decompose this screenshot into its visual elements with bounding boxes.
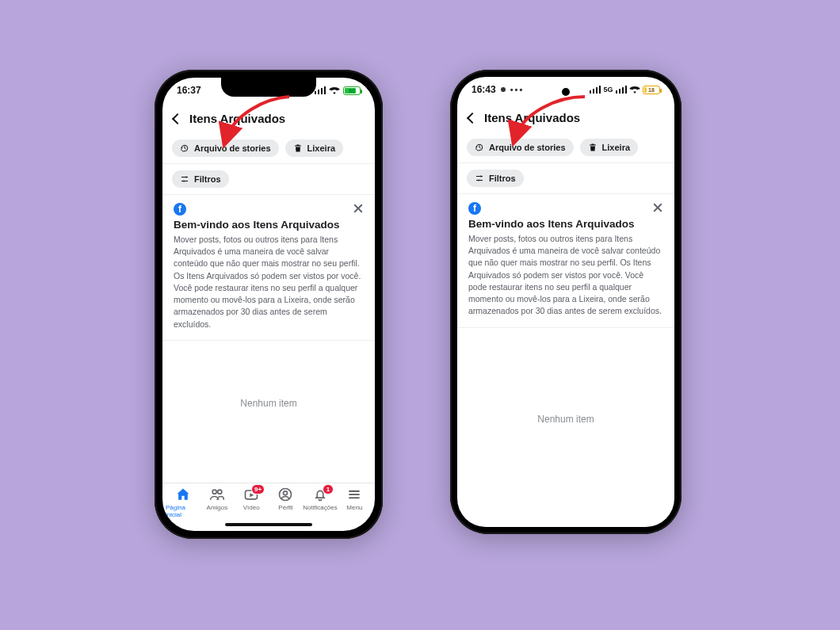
facebook-logo-icon: f [174, 203, 186, 216]
home-icon [175, 487, 191, 502]
history-icon [180, 143, 189, 153]
trash-icon [588, 143, 598, 152]
chip-stories-archive[interactable]: Arquivo de stories [172, 139, 279, 157]
nav-notifications[interactable]: 1 Notificações [303, 487, 338, 511]
nav-label: Amigos [207, 504, 228, 511]
chip-filters[interactable]: Filtros [467, 170, 524, 187]
svg-point-4 [284, 491, 288, 495]
chip-label: Lixeira [307, 143, 335, 153]
battery-percent: 18 [643, 86, 659, 94]
app-header: Itens Arquivados [457, 102, 674, 134]
welcome-body: Mover posts, fotos ou outros itens para … [174, 234, 364, 330]
facebook-logo-icon: f [468, 202, 481, 215]
background-watermark [0, 0, 840, 630]
welcome-title: Bem-vindo aos Itens Arquivados [174, 219, 364, 231]
network-type: 5G [603, 86, 613, 94]
android-frame: 16:43 ••• 5G 18 Itens Arquivados [450, 70, 682, 534]
welcome-title: Bem-vindo aos Itens Arquivados [468, 218, 663, 230]
battery-percent: 80 [344, 87, 360, 94]
wifi-icon [629, 86, 640, 94]
nav-label: Página inicial [166, 504, 200, 518]
iphone-frame: 16:37 80 Itens Arquivados Arquivo de sto… [155, 70, 383, 539]
empty-label: Nenhum item [240, 398, 296, 409]
empty-label: Nenhum item [537, 414, 594, 425]
empty-state: Nenhum item [162, 341, 375, 483]
sliders-icon [180, 174, 189, 184]
android-screen: 16:43 ••• 5G 18 Itens Arquivados [457, 77, 674, 527]
trash-icon [293, 143, 303, 153]
iphone-notch [221, 78, 316, 97]
svg-point-1 [183, 181, 185, 182]
nav-friends[interactable]: Amigos [200, 487, 234, 511]
nav-home[interactable]: Página inicial [166, 487, 200, 518]
back-icon[interactable] [172, 113, 183, 124]
battery-icon: 18 [643, 86, 660, 94]
wifi-icon [329, 86, 340, 94]
svg-point-6 [478, 180, 479, 181]
status-overflow-icon: ••• [510, 85, 525, 94]
status-app-dot-icon [501, 87, 506, 92]
status-time: 16:43 [472, 84, 496, 95]
status-time: 16:37 [177, 85, 201, 96]
bottom-nav: Página inicial Amigos 9+ Vídeo Perfil [162, 483, 375, 520]
cellular-signal-2-icon [616, 86, 628, 94]
filters-row: Filtros [457, 163, 674, 194]
chip-trash[interactable]: Lixeira [285, 139, 343, 157]
chip-row: Arquivo de stories Lixeira [162, 135, 375, 164]
nav-label: Menu [346, 504, 362, 511]
filters-row: Filtros [162, 164, 375, 195]
chip-label: Filtros [489, 174, 516, 183]
badge-video: 9+ [251, 484, 265, 494]
iphone-screen: 16:37 80 Itens Arquivados Arquivo de sto… [162, 78, 375, 531]
friends-icon [209, 487, 225, 502]
history-icon [475, 143, 484, 152]
nav-video[interactable]: 9+ Vídeo [235, 487, 269, 511]
menu-icon [346, 487, 362, 502]
welcome-card: f Bem-vindo aos Itens Arquivados Mover p… [162, 195, 375, 341]
home-indicator[interactable] [162, 520, 375, 531]
page-title: Itens Arquivados [189, 112, 285, 125]
nav-label: Notificações [303, 504, 338, 511]
page-title: Itens Arquivados [484, 111, 580, 124]
chip-filters[interactable]: Filtros [172, 170, 229, 188]
svg-point-5 [480, 176, 482, 178]
profile-icon [277, 487, 293, 502]
battery-icon: 80 [343, 86, 361, 95]
nav-label: Vídeo [243, 504, 260, 511]
cellular-signal-icon [315, 86, 326, 94]
app-header: Itens Arquivados [162, 103, 375, 135]
badge-notifications: 1 [323, 484, 334, 494]
cellular-signal-icon [590, 86, 601, 94]
chip-stories-archive[interactable]: Arquivo de stories [467, 139, 574, 156]
nav-label: Perfil [278, 504, 292, 511]
chip-label: Arquivo de stories [489, 143, 566, 152]
svg-point-0 [185, 177, 187, 178]
close-icon[interactable] [651, 200, 665, 215]
welcome-body: Mover posts, fotos ou outros itens para … [468, 233, 663, 318]
chip-row: Arquivo de stories Lixeira [457, 134, 674, 163]
sliders-icon [475, 174, 484, 183]
nav-profile[interactable]: Perfil [269, 487, 303, 511]
chip-label: Filtros [194, 174, 221, 184]
chip-label: Lixeira [602, 143, 630, 152]
back-icon[interactable] [467, 112, 478, 123]
nav-menu[interactable]: Menu [338, 487, 372, 511]
welcome-card: f Bem-vindo aos Itens Arquivados Mover p… [457, 194, 674, 328]
chip-trash[interactable]: Lixeira [580, 139, 638, 156]
close-icon[interactable] [351, 201, 365, 216]
android-camera-punch [562, 88, 570, 96]
chip-label: Arquivo de stories [194, 143, 271, 153]
empty-state: Nenhum item [457, 328, 674, 527]
